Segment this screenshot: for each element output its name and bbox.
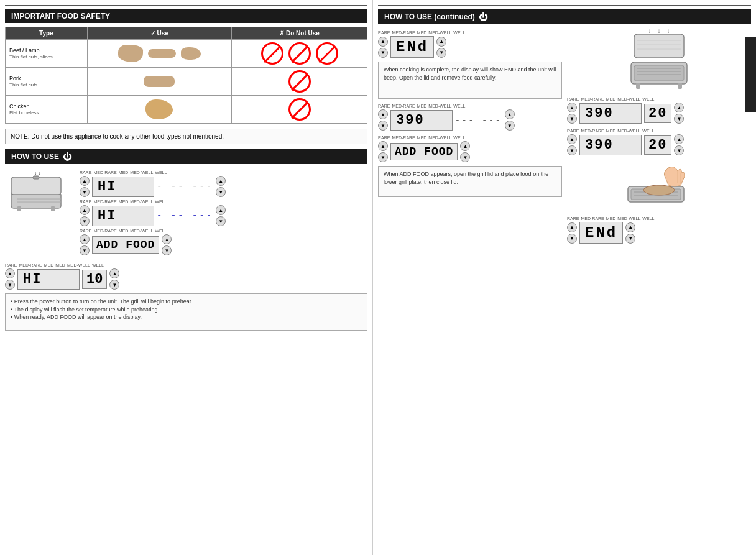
arrow-down-r7b[interactable]: ▼ bbox=[625, 234, 635, 244]
svg-rect-10 bbox=[634, 65, 684, 81]
arrow-down-2b[interactable]: ▼ bbox=[216, 216, 226, 226]
svg-rect-22 bbox=[678, 83, 682, 89]
arrow-up-3[interactable]: ▲ bbox=[80, 234, 90, 244]
arrow-up-r5b[interactable]: ▲ bbox=[674, 103, 684, 112]
arrow-r4[interactable]: ▲ ▼ bbox=[378, 141, 388, 162]
arrow-up-r3[interactable]: ▲ bbox=[378, 109, 388, 119]
table-col-type: Type bbox=[6, 27, 88, 40]
arrow-down-r3b[interactable]: ▼ bbox=[505, 121, 515, 131]
arrow-up-r4[interactable]: ▲ bbox=[378, 141, 388, 151]
arrow-btn-2[interactable]: ▲ ▼ bbox=[80, 205, 90, 226]
arrow-down-1[interactable]: ▼ bbox=[80, 187, 90, 197]
svg-rect-1 bbox=[11, 177, 61, 195]
arrow-down-r4[interactable]: ▼ bbox=[378, 152, 388, 162]
arrow-down-1b[interactable]: ▼ bbox=[216, 187, 226, 197]
arrow-down-bottom[interactable]: ▼ bbox=[5, 280, 15, 290]
page-tab bbox=[745, 37, 756, 112]
food-no-beef bbox=[232, 40, 367, 68]
arrow-r4b[interactable]: ▲ ▼ bbox=[460, 141, 470, 162]
section-header-food-safety: IMPORTANT FOOD SAFETY bbox=[5, 9, 367, 23]
arrow-btn-2b[interactable]: ▲ ▼ bbox=[216, 205, 226, 226]
grill-open-svg: ↓ ↓ ↓ bbox=[625, 28, 693, 90]
arrow-up-r7[interactable]: ▲ bbox=[567, 222, 577, 232]
arrow-r7b[interactable]: ▲ ▼ bbox=[625, 222, 635, 244]
arrow-up-r1[interactable]: ▲ bbox=[378, 37, 388, 47]
arrow-up-bottom[interactable]: ▲ bbox=[5, 268, 15, 278]
lcd-390-r6: 390 bbox=[579, 135, 642, 155]
arrow-down-r6[interactable]: ▼ bbox=[567, 145, 577, 155]
arrow-r7[interactable]: ▲ ▼ bbox=[567, 222, 577, 244]
food-types-table: Type ✓ Use ✗ Do Not Use Beef / LambThin … bbox=[5, 27, 367, 124]
doneness-r1: RAREMED-RAREMEDMED-WELLWELL bbox=[378, 30, 465, 35]
arrow-btn-3b[interactable]: ▲ ▼ bbox=[162, 234, 172, 255]
arrow-r3[interactable]: ▲ ▼ bbox=[378, 109, 388, 131]
arrow-up-r6[interactable]: ▲ bbox=[567, 134, 577, 144]
svg-rect-14 bbox=[634, 34, 684, 58]
arrow-up-r6b[interactable]: ▲ bbox=[674, 134, 684, 144]
arrow-up-r4b[interactable]: ▲ bbox=[460, 141, 470, 151]
lcd-20-r6: 20 bbox=[644, 135, 671, 155]
arrow-down-2[interactable]: ▼ bbox=[80, 216, 90, 226]
svg-rect-21 bbox=[636, 83, 640, 89]
arrow-up-2[interactable]: ▲ bbox=[80, 205, 90, 215]
grill-svg-left: ↓ ↓ bbox=[5, 168, 67, 211]
food-type-chicken: ChickenFlat boneless bbox=[6, 96, 88, 124]
arrow-down-3[interactable]: ▼ bbox=[80, 245, 90, 255]
arrow-down-r5[interactable]: ▼ bbox=[567, 114, 577, 124]
arrow-btn-3[interactable]: ▲ ▼ bbox=[80, 234, 90, 255]
svg-point-27 bbox=[643, 185, 675, 195]
arrow-up-r1b[interactable]: ▲ bbox=[436, 37, 446, 47]
svg-rect-8 bbox=[51, 206, 55, 211]
arrow-r1[interactable]: ▲ ▼ bbox=[378, 37, 388, 58]
arrow-btn-1b[interactable]: ▲ ▼ bbox=[216, 176, 226, 197]
arrow-r3b[interactable]: ▲ ▼ bbox=[505, 109, 515, 131]
arrow-down-3b[interactable]: ▼ bbox=[162, 245, 172, 255]
lcd-hi-2: HI bbox=[92, 206, 154, 226]
info-box-left: • Press the power button to turn on the … bbox=[5, 293, 367, 331]
food-ok-chicken bbox=[87, 96, 231, 124]
arrow-down-r5b[interactable]: ▼ bbox=[674, 114, 684, 124]
left-column: IMPORTANT FOOD SAFETY Type ✓ Use ✗ Do No… bbox=[0, 0, 373, 555]
arrow-down-r7[interactable]: ▼ bbox=[567, 234, 577, 244]
doneness-scale-2: RAREMED-RAREMEDMED-WELLWELL bbox=[80, 200, 226, 204]
lcd-end-r1: ENd bbox=[390, 36, 434, 58]
right-steps-left: RAREMED-RAREMEDMED-WELLWELL ▲ ▼ ENd ▲ ▼ bbox=[378, 28, 562, 246]
arrow-up-1[interactable]: ▲ bbox=[80, 176, 90, 186]
arrow-up-r5[interactable]: ▲ bbox=[567, 103, 577, 112]
arrow-up-bottom-b[interactable]: ▲ bbox=[109, 268, 119, 278]
arrow-up-2b[interactable]: ▲ bbox=[216, 205, 226, 215]
arrow-btn-bottom[interactable]: ▲ ▼ bbox=[5, 268, 15, 290]
power-icon-right: ⏻ bbox=[479, 12, 487, 22]
svg-text:↓: ↓ bbox=[38, 170, 40, 176]
doneness-r7: RAREMED-RAREMEDMED-WELLWELL bbox=[567, 216, 654, 221]
food-ok-beef bbox=[87, 40, 231, 68]
arrow-down-r1[interactable]: ▼ bbox=[378, 48, 388, 58]
arrow-down-bottom-b[interactable]: ▼ bbox=[109, 280, 119, 290]
arrow-r6b[interactable]: ▲ ▼ bbox=[674, 134, 684, 155]
arrow-r5b[interactable]: ▲ ▼ bbox=[674, 103, 684, 124]
arrow-down-r1b[interactable]: ▼ bbox=[436, 48, 446, 58]
arrow-btn-bottom-b[interactable]: ▲ ▼ bbox=[109, 268, 119, 290]
power-icon-left: ⏻ bbox=[63, 152, 71, 162]
step-r6: RAREMED-RAREMEDMED-WELLWELL ▲ ▼ 390 20 ▲ bbox=[567, 129, 751, 155]
lcd-hi-1: HI bbox=[92, 177, 154, 197]
arrow-btn-1[interactable]: ▲ ▼ bbox=[80, 176, 90, 197]
arrow-up-1b[interactable]: ▲ bbox=[216, 176, 226, 186]
lcd-390-r5: 390 bbox=[579, 103, 642, 124]
doneness-r4: RAREMED-RAREMEDMED-WELLWELL bbox=[378, 135, 470, 140]
step-display-3: RAREMED-RAREMEDMED-WELLWELL ▲ ▼ ADD FOOD… bbox=[80, 229, 367, 255]
doneness-r6: RAREMED-RAREMEDMED-WELLWELL bbox=[567, 129, 684, 133]
table-row: Beef / LambThin flat cuts, slices bbox=[6, 40, 367, 68]
arrow-up-r7b[interactable]: ▲ bbox=[625, 222, 635, 232]
arrow-down-r4b[interactable]: ▼ bbox=[460, 152, 470, 162]
arrow-r1b[interactable]: ▲ ▼ bbox=[436, 37, 446, 58]
arrow-down-r3[interactable]: ▼ bbox=[378, 121, 388, 131]
arrow-r5[interactable]: ▲ ▼ bbox=[567, 103, 577, 124]
arrow-r6[interactable]: ▲ ▼ bbox=[567, 134, 577, 155]
arrow-down-r6b[interactable]: ▼ bbox=[674, 145, 684, 155]
arrow-up-r3b[interactable]: ▲ bbox=[505, 109, 515, 119]
lcd-dashes-1: - -- --- bbox=[157, 181, 213, 191]
arrow-up-3b[interactable]: ▲ bbox=[162, 234, 172, 244]
table-row: ChickenFlat boneless bbox=[6, 96, 367, 124]
lcd-20-r5: 20 bbox=[644, 104, 671, 123]
